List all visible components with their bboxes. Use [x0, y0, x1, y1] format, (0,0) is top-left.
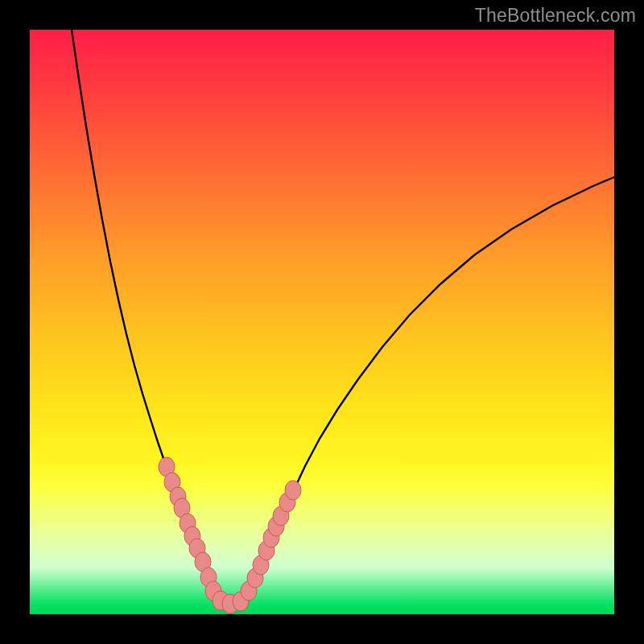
marker-group [159, 457, 301, 613]
gradient-plot-area [30, 30, 614, 614]
chart-stage: TheBottleneck.com [0, 0, 644, 644]
v-curve-path [72, 30, 614, 604]
curve-layer [30, 30, 614, 614]
highlight-marker [285, 481, 301, 500]
watermark-text: TheBottleneck.com [475, 5, 636, 27]
